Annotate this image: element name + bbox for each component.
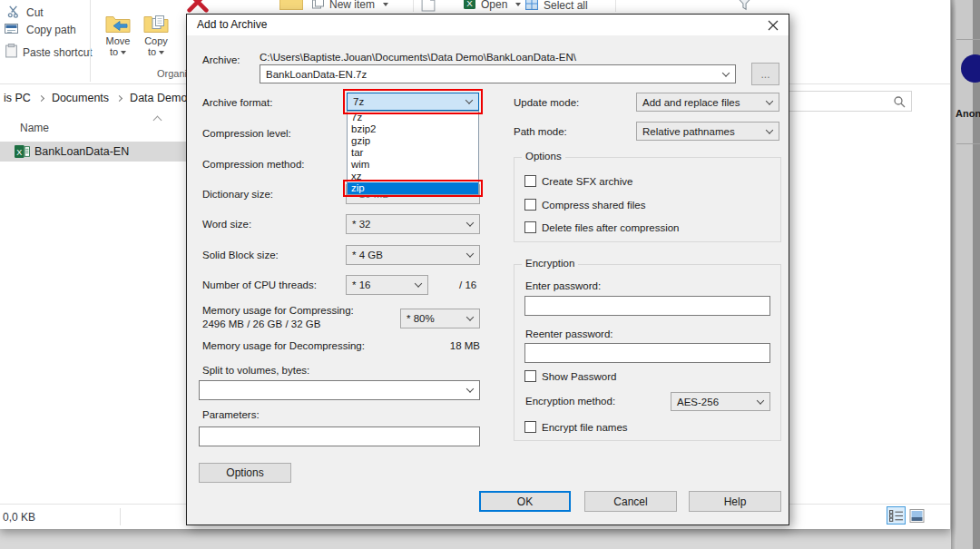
show-password-checkbox[interactable] [524, 370, 536, 382]
enter-password-input[interactable] [524, 296, 770, 316]
cancel-button[interactable]: Cancel [584, 491, 677, 512]
select-all-button[interactable]: Select all [525, 0, 588, 13]
new-item-button[interactable]: New item [312, 0, 388, 12]
dialog-title: Add to Archive [197, 18, 267, 31]
paste-shortcut-button[interactable]: Paste shortcut [5, 44, 93, 61]
column-header-name[interactable]: Name [20, 122, 49, 134]
solid-block-size-combobox[interactable]: * 4 GB [346, 245, 480, 265]
chevron-down-icon [466, 219, 474, 226]
options-button[interactable]: Options [199, 463, 291, 483]
cut-button[interactable]: Cut [7, 5, 44, 21]
breadcrumb-chevron-icon [116, 94, 122, 101]
archive-name-combobox[interactable]: BankLoanData-EN.7z [260, 64, 736, 83]
copy-path-label: Copy path [26, 24, 76, 36]
update-mode-label: Update mode: [514, 97, 579, 108]
select-all-label: Select all [544, 0, 588, 12]
file-name: BankLoanData-EN [34, 145, 129, 158]
archive-format-combobox[interactable]: 7z [347, 93, 479, 111]
status-separator [120, 508, 121, 525]
update-mode-combobox[interactable]: Add and replace files [636, 93, 779, 112]
path-mode-value: Relative pathnames [642, 126, 735, 137]
memory-compressing-detail: 2496 MB / 26 GB / 32 GB [202, 319, 320, 329]
dropdown-arrow-icon [383, 3, 388, 6]
copy-path-button[interactable]: Copy path [5, 23, 76, 37]
copy-to-button[interactable]: Copy to [138, 13, 174, 71]
cpu-threads-label: Number of CPU threads: [202, 279, 317, 290]
folder-icon [279, 0, 303, 10]
archive-format-option[interactable]: 7z [348, 112, 478, 123]
open-label: Open [481, 0, 507, 11]
excel-file-icon: X [15, 144, 30, 162]
help-button[interactable]: Help [689, 491, 781, 512]
archive-format-option[interactable]: wim [348, 159, 478, 171]
show-password-label: Show Password [542, 371, 616, 382]
compress-shared-label: Compress shared files [542, 200, 645, 211]
breadcrumb-segment[interactable]: Documents [52, 92, 109, 104]
solid-block-size-label: Solid Block size: [202, 250, 279, 260]
search-icon [893, 95, 906, 112]
search-box [788, 91, 912, 112]
reenter-password-input[interactable] [524, 343, 770, 363]
encryption-group-title: Encryption [522, 258, 578, 269]
compression-level-label: Compression level: [202, 128, 291, 139]
browse-button[interactable]: ... [751, 63, 779, 85]
move-to-button[interactable]: Move to [100, 13, 136, 71]
chevron-down-icon [722, 69, 730, 76]
breadcrumb: is PC Documents Data Demo [4, 92, 200, 104]
chevron-down-icon [766, 126, 773, 133]
encrypt-file-names-checkbox[interactable] [524, 421, 536, 433]
encryption-method-combobox[interactable]: AES-256 [671, 392, 770, 411]
chevron-down-icon [415, 279, 422, 287]
sort-ascending-icon[interactable] [153, 116, 162, 125]
list-view-icon [889, 510, 903, 522]
path-mode-combobox[interactable]: Relative pathnames [636, 122, 779, 141]
cpu-threads-combobox[interactable]: * 16 [346, 275, 428, 295]
excel-icon: X [464, 0, 475, 12]
archive-directory: C:\Users\Baptiste.Jouan\Documents\Data D… [260, 52, 576, 63]
split-volumes-combobox[interactable] [199, 380, 480, 400]
copy-to-label-line1: Copy [144, 35, 168, 46]
memory-compressing-label: Memory usage for Compressing: [202, 305, 354, 316]
side-panel-divider [956, 143, 980, 144]
parameters-label: Parameters: [202, 409, 260, 420]
breadcrumb-segment[interactable]: is PC [4, 92, 31, 104]
archive-format-option[interactable]: bzip2 [348, 123, 478, 135]
delete-after-checkbox[interactable] [524, 221, 536, 233]
cpu-threads-value: * 16 [352, 279, 370, 290]
solid-block-size-value: * 4 GB [352, 250, 383, 260]
desktop: Cut Copy path Paste shortcut Mo [0, 0, 980, 549]
encryption-method-value: AES-256 [677, 397, 719, 407]
search-input[interactable] [792, 93, 890, 110]
archive-format-option[interactable]: xz [348, 171, 478, 182]
cut-label: Cut [26, 6, 44, 19]
side-panel-divider [956, 39, 980, 40]
update-mode-value: Add and replace files [642, 97, 740, 108]
archive-format-option[interactable]: gzip [348, 135, 478, 147]
archive-format-option-zip[interactable]: zip [348, 182, 478, 194]
word-size-label: Word size: [202, 219, 251, 230]
move-to-label-line1: Move [106, 35, 131, 46]
create-sfx-checkbox[interactable] [524, 175, 536, 187]
memory-decompressing-label: Memory usage for Decompressing: [202, 340, 365, 351]
details-view-button[interactable] [887, 506, 906, 524]
thumbnail-view-button[interactable] [909, 509, 925, 523]
chevron-down-icon [466, 385, 474, 392]
open-button[interactable]: X Open [464, 0, 521, 12]
filter-icon[interactable] [737, 0, 752, 15]
chevron-down-icon [466, 313, 474, 320]
paste-shortcut-icon [5, 44, 17, 61]
breadcrumb-segment[interactable]: Data Demo [130, 92, 187, 104]
word-size-combobox[interactable]: * 32 [346, 214, 480, 234]
paste-shortcut-label: Paste shortcut [23, 46, 93, 59]
split-volumes-label: Split to volumes, bytes: [202, 365, 309, 376]
svg-text:X: X [466, 0, 473, 8]
encrypt-file-names-label: Encrypt file names [542, 422, 628, 433]
archive-name-value: BankLoanData-EN.7z [266, 69, 367, 80]
close-button[interactable] [761, 16, 785, 34]
memory-compressing-combobox[interactable]: * 80% [400, 309, 480, 328]
archive-format-option[interactable]: tar [348, 147, 478, 159]
ok-button[interactable]: OK [479, 491, 571, 512]
compress-shared-checkbox[interactable] [524, 199, 536, 211]
copy-to-label-line2: to [148, 46, 164, 57]
parameters-input[interactable] [199, 426, 480, 446]
